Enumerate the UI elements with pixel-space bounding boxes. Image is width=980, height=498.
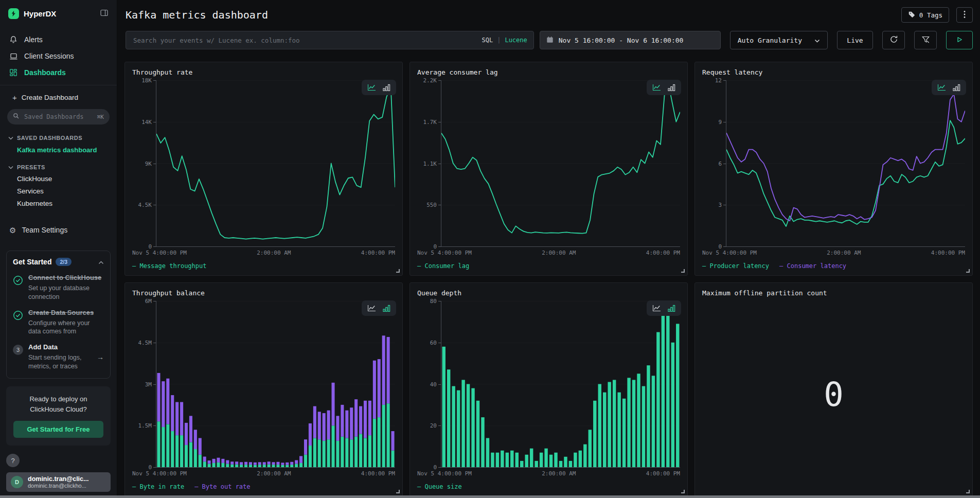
- legend-byte-out-rate[interactable]: — Byte out rate: [194, 483, 250, 491]
- y-tick: 80: [430, 301, 441, 301]
- legend-queue-size[interactable]: — Queue size: [417, 483, 462, 491]
- saved-dashboards-search[interactable]: ⌘K: [7, 109, 110, 124]
- granularity-select[interactable]: Auto Granularity: [730, 31, 828, 49]
- chart-body: 18K14K9K4.5K0: [132, 80, 395, 247]
- user-menu[interactable]: D dominic.tran@clic... dominic.tran@clic…: [6, 472, 111, 492]
- horizontal-scrollbar[interactable]: [0, 495, 980, 498]
- presets-list: ClickHouseServicesKubernetes: [6, 170, 111, 207]
- bar-byte-in-rate: [226, 464, 229, 467]
- bar-queue-size: [515, 453, 519, 467]
- bar-byte-in-rate: [295, 464, 298, 467]
- sidebar-item-client-sessions[interactable]: Client Sessions: [6, 48, 111, 64]
- tags-button[interactable]: 0 Tags: [901, 7, 949, 23]
- preset-services[interactable]: Services: [6, 183, 111, 195]
- create-dashboard-button[interactable]: + Create Dashboard: [6, 85, 111, 101]
- step-subtitle: Start sending logs, metrics, or traces: [28, 353, 92, 371]
- chevron-up-icon[interactable]: [98, 257, 104, 266]
- team-settings-button[interactable]: ⚙ Team Settings: [6, 222, 111, 238]
- more-options-button[interactable]: [956, 7, 973, 23]
- play-icon: [956, 37, 963, 44]
- get-started-step-connect-to-clickhouse[interactable]: Connect to ClickHouseSet up your databas…: [13, 274, 104, 301]
- get-started-free-button[interactable]: Get Started for Free: [13, 421, 103, 438]
- panel-resize-handle[interactable]: [966, 490, 970, 493]
- event-search-box[interactable]: SQL | Lucene: [126, 31, 534, 49]
- chart-canvas[interactable]: [441, 301, 680, 467]
- sidebar-collapse-icon[interactable]: [100, 9, 109, 19]
- filter-off-icon: [921, 35, 930, 45]
- presets-section-header[interactable]: PRESETS: [8, 164, 109, 170]
- bar-byte-in-rate: [332, 425, 335, 467]
- cloud-promo-line2: ClickHouse Cloud?: [13, 404, 103, 415]
- chart-body: 2.2K1.7K1.1K5500: [417, 80, 680, 247]
- filter-button[interactable]: [914, 31, 937, 49]
- event-search-input[interactable]: [132, 36, 477, 45]
- chart-canvas[interactable]: [156, 301, 395, 467]
- panel-resize-handle[interactable]: [396, 490, 400, 493]
- bar-byte-out-rate: [304, 439, 307, 455]
- line-view-button[interactable]: [367, 305, 376, 312]
- preset-clickhouse[interactable]: ClickHouse: [6, 170, 111, 183]
- sidebar-header: HyperDX: [6, 8, 111, 19]
- panel-resize-handle[interactable]: [681, 490, 685, 493]
- arrow-right-icon: →: [97, 353, 104, 361]
- y-tick-label: 1.5M: [138, 422, 152, 429]
- bar-byte-in-rate: [304, 455, 307, 467]
- sidebar-item-dashboards[interactable]: Dashboards: [6, 64, 111, 81]
- bar-view-button[interactable]: [383, 84, 390, 91]
- lucene-toggle[interactable]: Lucene: [505, 37, 527, 44]
- bar-byte-out-rate: [240, 462, 243, 465]
- live-button[interactable]: Live: [837, 31, 873, 49]
- bar-view-button[interactable]: [668, 84, 675, 91]
- chart-canvas[interactable]: [441, 80, 680, 246]
- panel-resize-handle[interactable]: [966, 269, 970, 273]
- panel-resize-handle[interactable]: [681, 269, 685, 273]
- get-started-step-add-data[interactable]: 3Add DataStart sending logs, metrics, or…: [13, 343, 104, 371]
- bar-view-button[interactable]: [668, 305, 675, 312]
- y-tick: 6: [718, 164, 726, 164]
- chart-legend: — Message throughput: [132, 262, 395, 270]
- x-tick: Nov 5 4:00:00 PM: [132, 470, 187, 477]
- chart-panel-average-consumer-lag: Average consumer lag2.2K1.7K1.1K5500Nov …: [409, 62, 688, 276]
- x-tick: 4:00:00 PM: [646, 470, 680, 477]
- y-tick: 0: [148, 246, 156, 247]
- saved-dashboards-section-header[interactable]: SAVED DASHBOARDS: [8, 135, 109, 141]
- sidebar-item-alerts[interactable]: Alerts: [6, 31, 111, 48]
- bar-queue-size: [613, 380, 616, 467]
- saved-dashboards-search-input[interactable]: [23, 113, 94, 121]
- bar-byte-in-rate: [217, 463, 220, 467]
- run-query-button[interactable]: [946, 31, 973, 49]
- saved-dashboard-kafka-metrics-dashboard[interactable]: Kafka metrics dashboard: [6, 141, 111, 154]
- chart-view-toolbar: [932, 80, 966, 95]
- bar-view-button[interactable]: [953, 84, 960, 91]
- get-started-step-create-data-sources[interactable]: Create Data SourcesConfigure where your …: [13, 309, 104, 336]
- get-started-header[interactable]: Get Started 2/3: [13, 257, 104, 266]
- chart-title: Average consumer lag: [417, 68, 680, 76]
- bar-byte-in-rate: [382, 405, 385, 467]
- bar-queue-size: [510, 451, 513, 467]
- chart-canvas[interactable]: [726, 80, 965, 246]
- sql-toggle[interactable]: SQL: [482, 37, 493, 44]
- refresh-button[interactable]: [882, 31, 905, 49]
- panel-resize-handle[interactable]: [396, 269, 400, 273]
- line-view-button[interactable]: [652, 305, 661, 312]
- cloud-promo-panel: Ready to deploy on ClickHouse Cloud? Get…: [6, 386, 111, 446]
- legend-consumer-lag[interactable]: — Consumer lag: [417, 262, 469, 270]
- x-tick: 4:00:00 PM: [931, 250, 965, 256]
- line-view-button[interactable]: [652, 84, 661, 91]
- brand-logo[interactable]: HyperDX: [8, 8, 56, 19]
- legend-producer-latency[interactable]: — Producer latency: [702, 262, 769, 270]
- line-view-button[interactable]: [367, 84, 376, 91]
- bar-byte-in-rate: [235, 465, 238, 467]
- bar-queue-size: [642, 386, 645, 467]
- bar-view-button[interactable]: [383, 305, 390, 312]
- legend-byte-in-rate[interactable]: — Byte in rate: [132, 483, 184, 491]
- legend-message-throughput[interactable]: — Message throughput: [132, 262, 207, 270]
- time-range-picker[interactable]: Nov 5 16:00:00 - Nov 6 16:00:00: [540, 31, 721, 49]
- help-button[interactable]: ?: [6, 454, 20, 467]
- legend-consumer-latency[interactable]: — Consumer latency: [779, 262, 846, 270]
- preset-kubernetes[interactable]: Kubernetes: [6, 195, 111, 207]
- step-title: Connect to ClickHouse: [28, 274, 104, 282]
- bar-queue-size: [540, 453, 543, 467]
- chart-canvas[interactable]: [156, 80, 395, 246]
- line-view-button[interactable]: [937, 84, 946, 91]
